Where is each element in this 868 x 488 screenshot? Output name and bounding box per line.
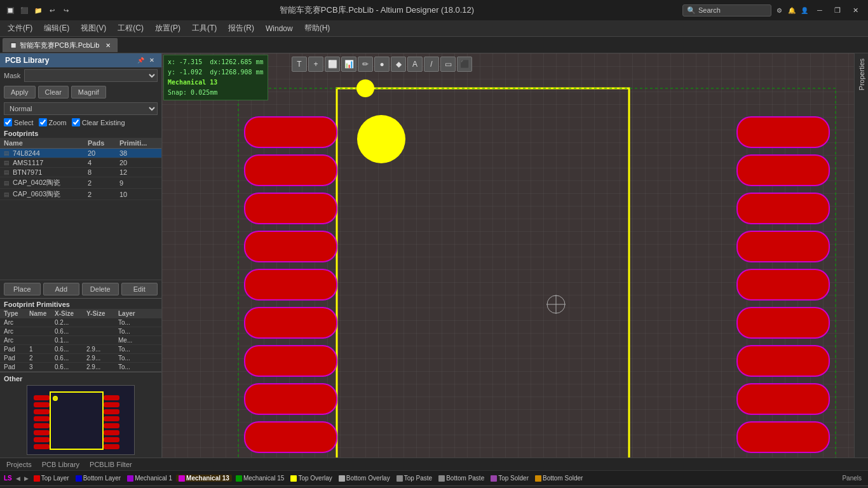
svg-rect-26: [245, 231, 337, 262]
action-buttons-row: PlaceAddDeleteEdit: [0, 280, 161, 298]
user-icon[interactable]: 👤: [799, 5, 810, 15]
fp-name: CAP_0402陶瓷: [13, 178, 88, 187]
status-bar: X:-7.163mm Y:-0.94mm Grid: 0.025mm: [0, 485, 868, 488]
prim-row[interactable]: Arc 0.1... Me...: [0, 336, 161, 345]
menu-item-r[interactable]: 报告(R): [223, 22, 259, 35]
search-label: Search: [698, 6, 721, 14]
other-label: Other: [4, 375, 158, 383]
layer-item-bottomsolder[interactable]: Bottom Solder: [532, 475, 585, 482]
menu-item-e[interactable]: 编辑(E): [39, 22, 74, 35]
zoom-checkbox[interactable]: [39, 118, 47, 126]
magnif-button[interactable]: Magnif: [71, 86, 106, 98]
tb-letter-btn[interactable]: A: [407, 57, 423, 72]
table-row[interactable]: ▤ CAP_0402陶瓷 2 9: [0, 177, 161, 189]
search-bar[interactable]: 🔍 Search: [682, 4, 771, 17]
tb-square-btn[interactable]: ⬛: [457, 57, 472, 72]
tb-chart-btn[interactable]: 📊: [341, 57, 356, 72]
tb-plus-btn[interactable]: +: [308, 57, 323, 72]
place-button[interactable]: Place: [4, 283, 41, 295]
layer-item-bottomlayer[interactable]: Bottom Layer: [73, 475, 123, 482]
tb-select-btn[interactable]: ⬜: [325, 57, 340, 72]
menu-item-t[interactable]: 工具(T): [187, 22, 222, 35]
layer-prev-arrow[interactable]: ◀: [15, 475, 22, 482]
layer-item-topoverlay[interactable]: Top Overlay: [288, 475, 334, 482]
svg-rect-25: [245, 193, 337, 224]
menu-item-window[interactable]: Window: [261, 23, 298, 34]
tab-label: 智能车竞赛PCB库.PcbLib: [20, 41, 99, 50]
menu-item-c[interactable]: 工程(C): [112, 22, 149, 35]
tab-pcblib-filter[interactable]: PCBLIB Filter: [86, 461, 136, 468]
layer-color-dot: [179, 475, 185, 482]
menu-item-p[interactable]: 放置(P): [150, 22, 186, 35]
normal-select[interactable]: Normal: [4, 102, 158, 115]
clear-button[interactable]: Clear: [38, 86, 69, 98]
panel-pin-icon[interactable]: 📌: [136, 56, 145, 65]
clear-existing-checkbox-item[interactable]: Clear Existing: [72, 118, 125, 126]
panels-button[interactable]: Panels: [838, 475, 865, 482]
select-checkbox[interactable]: [4, 118, 12, 126]
layer-item-toppaste[interactable]: Top Paste: [394, 475, 435, 482]
layer-item-bottompaste[interactable]: Bottom Paste: [436, 475, 487, 482]
layer-item-toplayer[interactable]: Top Layer: [31, 475, 72, 482]
tb-diamond-btn[interactable]: ◆: [391, 57, 406, 72]
layer-item-mechanical13[interactable]: Mechanical 13: [176, 475, 232, 482]
menu-bar: 文件(F)编辑(E)视图(V)工程(C)放置(P)工具(T)报告(R)Windo…: [0, 20, 868, 37]
menu-item-h[interactable]: 帮助(H): [299, 22, 336, 35]
notification-icon[interactable]: 🔔: [787, 5, 797, 15]
clear-existing-checkbox[interactable]: [72, 118, 80, 126]
restore-button[interactable]: ❐: [830, 4, 845, 17]
menu-item-f[interactable]: 文件(F): [3, 22, 37, 35]
delete-button[interactable]: Delete: [82, 283, 119, 295]
layer-label: Bottom Overlay: [346, 475, 390, 482]
prim-row[interactable]: Pad 3 0.6... 2.9... To...: [0, 363, 161, 372]
layer-item-mechanical15[interactable]: Mechanical 15: [233, 475, 287, 482]
undo-icon[interactable]: ↩: [47, 5, 57, 15]
svg-rect-14: [104, 437, 119, 442]
canvas-area[interactable]: x: -7.315 dx:1262.685 mm y: -1.092 dy:12…: [162, 53, 854, 458]
prim-row[interactable]: Pad 2 0.6... 2.9... To...: [0, 354, 161, 363]
select-checkbox-item[interactable]: Select: [4, 118, 34, 126]
tb-text-btn[interactable]: T: [292, 57, 307, 72]
tb-pen-btn[interactable]: ✏: [358, 57, 373, 72]
layer-color-dot: [438, 475, 445, 482]
table-row[interactable]: ▤ CAP_0603陶瓷 2 10: [0, 189, 161, 200]
edit-button[interactable]: Edit: [121, 283, 158, 295]
tab-close-icon[interactable]: ✕: [105, 42, 111, 49]
table-row[interactable]: ▤ 74L8244 20 38: [0, 149, 161, 158]
tb-dot-btn[interactable]: ●: [374, 57, 390, 72]
apply-button[interactable]: Apply: [4, 86, 36, 98]
row-icon: ▤: [4, 180, 13, 186]
table-row[interactable]: ▤ BTN7971 8 12: [0, 168, 161, 177]
layer-next-arrow[interactable]: ▶: [23, 475, 30, 482]
prim-row[interactable]: Pad 1 0.6... 2.9... To...: [0, 345, 161, 354]
fp-pads: 4: [88, 159, 119, 166]
prim-row[interactable]: Arc 0.6... To...: [0, 327, 161, 336]
panel-header: PCB Library 📌 ✕: [0, 53, 161, 67]
tab-projects[interactable]: Projects: [3, 461, 36, 468]
close-button[interactable]: ✕: [848, 4, 863, 17]
active-tab[interactable]: 🔲 智能车竞赛PCB库.PcbLib ✕: [3, 38, 118, 52]
settings-icon[interactable]: ⚙: [774, 5, 784, 15]
properties-label[interactable]: Properties: [855, 53, 868, 95]
layer-item-bottomoverlay[interactable]: Bottom Overlay: [336, 475, 393, 482]
table-row[interactable]: ▤ AMS1117 4 20: [0, 158, 161, 168]
svg-rect-10: [104, 409, 119, 414]
minimize-button[interactable]: ─: [812, 4, 827, 17]
panel-close-icon[interactable]: ✕: [147, 56, 156, 65]
svg-point-22: [357, 115, 405, 163]
pcb-grid[interactable]: x: -7.315 dx:1262.685 mm y: -1.092 dy:12…: [162, 53, 854, 458]
prim-row[interactable]: Arc 0.2... To...: [0, 318, 161, 327]
layer-color-dot: [339, 475, 345, 482]
redo-icon[interactable]: ↪: [61, 5, 71, 15]
layer-item-topsolder[interactable]: Top Solder: [488, 475, 531, 482]
tb-rect-btn[interactable]: ▭: [440, 57, 456, 72]
menu-item-v[interactable]: 视图(V): [76, 22, 111, 35]
tb-line-btn[interactable]: /: [424, 57, 439, 72]
layer-bar: LS ◀ ▶ Top Layer Bottom Layer Mechanical…: [0, 470, 868, 485]
mask-select[interactable]: [24, 69, 158, 82]
add-button[interactable]: Add: [43, 283, 80, 295]
zoom-checkbox-item[interactable]: Zoom: [39, 118, 67, 126]
layer-item-mechanical1[interactable]: Mechanical 1: [125, 475, 175, 482]
tab-pcb-library[interactable]: PCB Library: [38, 461, 83, 468]
prim-xsize: 0.2...: [55, 319, 86, 326]
